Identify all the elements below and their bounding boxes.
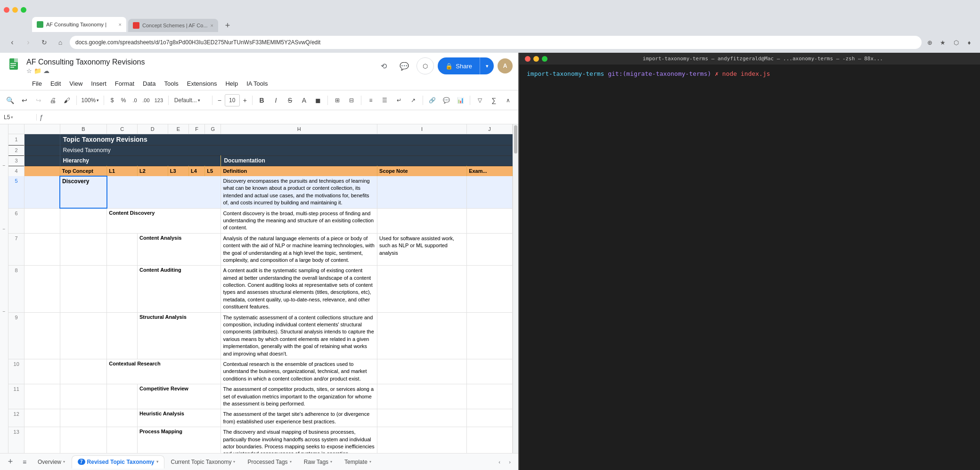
share-caret[interactable]: ▾ bbox=[480, 57, 494, 74]
scroll-tabs-right[interactable]: › bbox=[505, 457, 514, 467]
font-size-increase[interactable]: + bbox=[241, 94, 249, 106]
vertical-scrollbar[interactable] bbox=[513, 124, 518, 453]
redo-button[interactable]: ↪ bbox=[32, 94, 45, 107]
search-button[interactable]: 🔍 bbox=[4, 94, 17, 107]
sigma-icon[interactable]: ƒ bbox=[40, 113, 43, 121]
functions-button[interactable]: ∑ bbox=[487, 94, 500, 107]
more-formats-button[interactable]: 123 bbox=[152, 94, 165, 107]
cell-h13[interactable]: The discovery and visual mapping of busi… bbox=[221, 427, 377, 453]
cell-i5[interactable] bbox=[377, 176, 467, 208]
cell-b9[interactable] bbox=[60, 312, 107, 359]
cell-i7[interactable]: Used for software assisted work, such as… bbox=[377, 233, 467, 266]
cell-d4[interactable]: L2 bbox=[137, 166, 168, 176]
ext-icon-4[interactable]: ♦ bbox=[964, 37, 974, 48]
collapse-row15[interactable]: − bbox=[3, 309, 6, 314]
close-button[interactable] bbox=[4, 7, 9, 13]
cell-a5[interactable] bbox=[24, 176, 60, 208]
halign-button[interactable]: ≡ bbox=[364, 94, 377, 107]
cell-j6[interactable] bbox=[467, 208, 513, 233]
cell-h9[interactable]: The systematic assessment of a content c… bbox=[221, 312, 377, 359]
cell-b1[interactable]: Topic Taxonomy Revisions bbox=[60, 134, 512, 145]
font-size-decrease[interactable]: − bbox=[215, 94, 224, 106]
collapse-row6[interactable]: − bbox=[3, 163, 6, 168]
cell-h11[interactable]: The assessment of competitor products, s… bbox=[221, 384, 377, 409]
cell-b12[interactable] bbox=[60, 409, 107, 427]
cell-a10[interactable] bbox=[24, 359, 60, 384]
valign-button[interactable]: ☰ bbox=[378, 94, 392, 107]
comment-button[interactable]: 💬 bbox=[440, 94, 453, 107]
cell-h10[interactable]: Contextual research is the ensemble of p… bbox=[221, 359, 377, 384]
cell-i11[interactable] bbox=[377, 384, 467, 409]
col-header-f[interactable]: F bbox=[189, 124, 205, 134]
scroll-tabs-left[interactable]: ‹ bbox=[495, 457, 504, 467]
minimize-button[interactable] bbox=[12, 7, 18, 13]
cell-h12[interactable]: The assessment of the target site's adhe… bbox=[221, 409, 377, 427]
tab-current-topic-taxonomy[interactable]: Current Topic Taxonomy ▾ bbox=[165, 455, 241, 469]
italic-button[interactable]: I bbox=[270, 94, 283, 107]
cell-a7[interactable] bbox=[24, 233, 60, 266]
ext-icon-3[interactable]: ⬡ bbox=[951, 37, 961, 48]
cell-a9[interactable] bbox=[24, 312, 60, 359]
browser-tab-2[interactable]: Concept Schemes | AF Co... × bbox=[128, 19, 218, 32]
tab-raw-tags[interactable]: Raw Tags ▾ bbox=[298, 455, 338, 469]
hide-toolbar-button[interactable]: ∧ bbox=[501, 94, 514, 107]
col-header-j[interactable]: J bbox=[467, 124, 513, 134]
cell-d9[interactable]: Structural Analysis bbox=[137, 312, 220, 359]
text-color-button[interactable]: A bbox=[297, 94, 310, 107]
maximize-button[interactable] bbox=[21, 7, 26, 13]
meet-button[interactable]: ⬡ bbox=[416, 57, 434, 74]
cell-b13[interactable] bbox=[60, 427, 107, 453]
fill-color-button[interactable]: ◼ bbox=[311, 94, 325, 107]
forward-button[interactable]: › bbox=[22, 36, 35, 49]
cell-h4[interactable]: Definition bbox=[221, 166, 377, 176]
cell-h3[interactable]: Documentation bbox=[221, 155, 513, 166]
cell-d13[interactable]: Process Mapping bbox=[137, 427, 220, 453]
cell-c13[interactable] bbox=[107, 427, 138, 453]
cell-h5[interactable]: Discovery encompasses the pursuits and t… bbox=[221, 176, 377, 208]
currency-button[interactable]: $ bbox=[107, 94, 117, 107]
browser-tab-1[interactable]: AF Consulting Taxonomy | × bbox=[32, 17, 126, 32]
cell-j5[interactable] bbox=[467, 176, 513, 208]
wrap-button[interactable]: ↵ bbox=[392, 94, 406, 107]
cell-f4[interactable]: L4 bbox=[189, 166, 205, 176]
bold-button[interactable]: B bbox=[255, 94, 269, 107]
cell-a12[interactable] bbox=[24, 409, 60, 427]
ext-icon-2[interactable]: ★ bbox=[938, 37, 948, 48]
back-button[interactable]: ‹ bbox=[6, 36, 19, 49]
cell-c11[interactable] bbox=[107, 384, 138, 409]
history-button[interactable]: ⟲ bbox=[375, 57, 392, 74]
address-input[interactable] bbox=[70, 36, 922, 49]
cell-d8[interactable]: Content Auditing bbox=[137, 266, 220, 312]
cell-c12[interactable] bbox=[107, 409, 138, 427]
collapse-row10[interactable]: − bbox=[3, 227, 6, 232]
menu-view[interactable]: View bbox=[65, 78, 86, 89]
cell-b11[interactable] bbox=[60, 384, 107, 409]
cell-b7[interactable] bbox=[60, 233, 107, 266]
cell-c5[interactable] bbox=[107, 176, 221, 208]
cell-i8[interactable] bbox=[377, 266, 467, 312]
cell-h6[interactable]: Content discovery is the broad, multi-st… bbox=[221, 208, 377, 233]
cell-h7[interactable]: Analysis of the natural language element… bbox=[221, 233, 377, 266]
user-avatar[interactable]: A bbox=[498, 58, 513, 73]
cell-a2[interactable] bbox=[24, 145, 60, 155]
col-header-i[interactable]: I bbox=[377, 124, 467, 134]
cell-d12[interactable]: Heuristic Analysis bbox=[137, 409, 220, 427]
cell-j12[interactable] bbox=[467, 409, 513, 427]
cell-d7[interactable]: Content Analysis bbox=[137, 233, 220, 266]
col-header-d[interactable]: D bbox=[137, 124, 168, 134]
cell-reference[interactable]: L5 ▾ bbox=[4, 114, 37, 121]
cell-j10[interactable] bbox=[467, 359, 513, 384]
zoom-dropdown[interactable]: 100% ▾ bbox=[80, 94, 101, 107]
cell-i12[interactable] bbox=[377, 409, 467, 427]
cell-e4[interactable]: L3 bbox=[168, 166, 188, 176]
cell-j11[interactable] bbox=[467, 384, 513, 409]
tab-overview[interactable]: Overview ▾ bbox=[32, 455, 71, 469]
cell-j9[interactable] bbox=[467, 312, 513, 359]
cell-c4[interactable]: L1 bbox=[107, 166, 138, 176]
terminal-body[interactable]: import-taxonomy-terms git:(migrate-taxon… bbox=[519, 65, 980, 470]
menu-tools[interactable]: Tools bbox=[160, 78, 182, 89]
cell-g4[interactable]: L5 bbox=[205, 166, 221, 176]
cell-b5[interactable]: Discovery bbox=[60, 176, 107, 208]
ext-icon-1[interactable]: ⊕ bbox=[924, 37, 935, 48]
star-icon[interactable]: ☆ bbox=[26, 67, 32, 74]
